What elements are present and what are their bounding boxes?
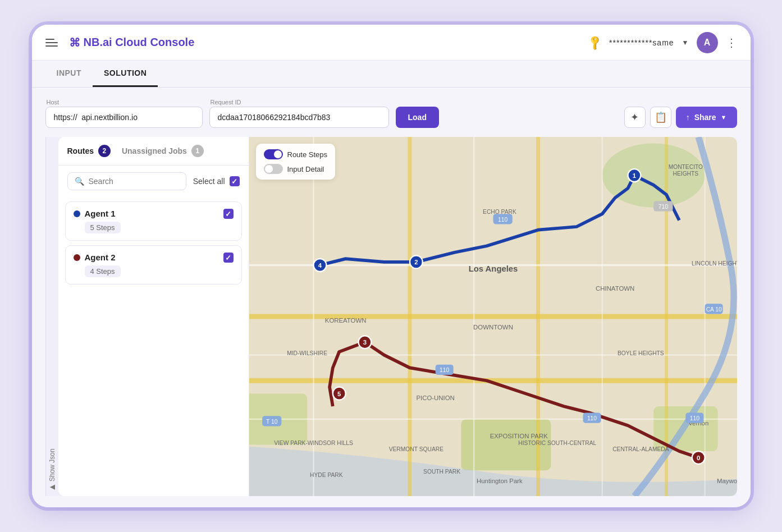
search-icon: 🔍 (75, 177, 84, 186)
svg-text:KOREATOWN: KOREATOWN (324, 317, 366, 324)
agent-2-name: Agent 2 (85, 253, 116, 262)
svg-text:4: 4 (318, 262, 322, 269)
agent-2-dot (74, 254, 80, 261)
svg-text:PICO-UNION: PICO-UNION (416, 395, 454, 401)
input-detail-toggle[interactable] (264, 164, 283, 174)
notes-button[interactable]: 📋 (650, 107, 671, 128)
request-id-field-group: Request ID (209, 99, 389, 128)
input-detail-label: Input Detail (287, 165, 324, 173)
toolbar-icons: ✦ 📋 ↑ Share ▼ (624, 107, 737, 128)
svg-text:2: 2 (414, 259, 418, 265)
request-id-input[interactable] (209, 107, 389, 128)
unassigned-tab[interactable]: Unassigned Jobs 1 (122, 145, 204, 165)
svg-text:110: 110 (440, 367, 449, 373)
wrapper-with-json: ▶ Show Json Routes 2 Unassign (45, 137, 737, 496)
agent-card-1[interactable]: Agent 1 5 Steps ✓ (65, 201, 242, 241)
svg-text:0: 0 (697, 455, 700, 461)
svg-text:CA 10: CA 10 (706, 306, 721, 313)
host-input[interactable] (45, 107, 203, 128)
routes-tabs: Routes 2 Unassigned Jobs 1 (58, 137, 249, 166)
svg-text:ECHO PARK: ECHO PARK (483, 209, 516, 215)
map-legend: Route Steps Input Detail (256, 144, 336, 180)
unassigned-badge: 1 (191, 145, 204, 157)
svg-text:HEIGHTS: HEIGHTS (673, 171, 698, 177)
svg-text:LINCOLN HEIGHTS: LINCOLN HEIGHTS (692, 260, 737, 267)
search-row: 🔍 Select all ✓ (58, 166, 249, 197)
svg-text:CHINATOWN: CHINATOWN (596, 285, 634, 292)
logo-text: NB.ai Cloud Console (84, 36, 195, 49)
nav-right: 🔑 ************same ▼ A ⋮ (589, 32, 737, 53)
svg-text:T 10: T 10 (266, 419, 278, 425)
agent-2-steps: 4 Steps (85, 265, 121, 277)
agent-card-2[interactable]: Agent 2 4 Steps ✓ (65, 245, 242, 285)
top-nav: ⌘ NB.ai Cloud Console 🔑 ************same… (32, 25, 751, 61)
search-box[interactable]: 🔍 (67, 172, 186, 190)
legend-route-steps[interactable]: Route Steps (264, 149, 328, 159)
svg-text:Los Angeles: Los Angeles (468, 264, 518, 273)
routes-tab[interactable]: Routes 2 (67, 145, 111, 165)
tabs-bar: INPUT SOLUTION (32, 61, 751, 88)
notes-icon: 📋 (655, 111, 667, 123)
left-panel: Routes 2 Unassigned Jobs 1 🔍 (58, 137, 249, 496)
api-key-text: ************same (609, 38, 674, 47)
avatar[interactable]: A (697, 32, 718, 53)
agents-list: Agent 1 5 Steps ✓ (58, 197, 249, 496)
svg-text:BOYLE HEIGHTS: BOYLE HEIGHTS (617, 350, 664, 356)
split-view: Routes 2 Unassigned Jobs 1 🔍 (58, 137, 737, 496)
show-json-arrow: ▶ (48, 484, 56, 492)
search-input[interactable] (89, 177, 179, 186)
hamburger-menu[interactable] (45, 39, 58, 47)
svg-text:HYDE PARK: HYDE PARK (310, 472, 343, 478)
app-logo: ⌘ NB.ai Cloud Console (69, 36, 589, 49)
show-json-tab[interactable]: ▶ Show Json (45, 137, 58, 496)
routes-badge: 2 (98, 145, 111, 157)
url-row: Host Request ID Load ✦ 📋 ↑ Share ▼ (45, 99, 737, 128)
share-button[interactable]: ↑ Share ▼ (676, 107, 737, 128)
route-steps-toggle[interactable] (264, 149, 283, 159)
svg-text:VIEW PARK-WINDSOR HILLS: VIEW PARK-WINDSOR HILLS (274, 440, 353, 446)
bookmark-button[interactable]: ✦ (624, 107, 646, 128)
svg-text:710: 710 (658, 204, 667, 210)
request-id-label: Request ID (209, 99, 389, 106)
select-all-row[interactable]: Select all ✓ (193, 176, 240, 186)
svg-text:110: 110 (587, 415, 596, 421)
more-icon[interactable]: ⋮ (726, 36, 737, 49)
svg-text:Maywood: Maywood (716, 478, 737, 484)
bookmark-icon: ✦ (630, 111, 639, 123)
share-arrow-icon: ↑ (686, 113, 690, 122)
svg-text:DOWNTOWN: DOWNTOWN (473, 324, 513, 331)
tab-solution[interactable]: SOLUTION (93, 61, 158, 87)
agent-1-name: Agent 1 (85, 209, 116, 218)
agent-1-checkbox[interactable]: ✓ (223, 209, 234, 219)
main-content: Host Request ID Load ✦ 📋 ↑ Share ▼ (32, 88, 751, 507)
show-json-label: Show Json (48, 448, 56, 481)
map-svg: 1 2 4 3 5 0 Los Angeles KOREATOW (249, 137, 737, 496)
agent-2-checkbox[interactable]: ✓ (223, 253, 234, 263)
host-label: Host (45, 99, 203, 106)
svg-text:3: 3 (363, 339, 366, 346)
svg-text:1: 1 (632, 172, 636, 179)
tab-input[interactable]: INPUT (45, 61, 93, 87)
map-area[interactable]: 1 2 4 3 5 0 Los Angeles KOREATOW (249, 137, 737, 496)
svg-text:110: 110 (498, 217, 507, 223)
svg-text:MONTECITO: MONTECITO (668, 164, 702, 170)
device-frame: ⌘ NB.ai Cloud Console 🔑 ************same… (32, 25, 751, 507)
load-button[interactable]: Load (396, 107, 439, 128)
svg-text:VERMONT SQUARE: VERMONT SQUARE (388, 446, 443, 452)
key-icon: 🔑 (586, 34, 603, 51)
host-field-group: Host (45, 99, 203, 128)
left-panel-inner: Routes 2 Unassigned Jobs 1 🔍 (58, 137, 249, 496)
svg-text:CENTRAL-ALAMEDA: CENTRAL-ALAMEDA (612, 446, 669, 452)
svg-text:SOUTH PARK: SOUTH PARK (423, 469, 460, 475)
svg-text:MID-WILSHIRE: MID-WILSHIRE (287, 350, 327, 356)
share-dropdown-icon: ▼ (721, 114, 727, 121)
select-all-checkbox[interactable]: ✓ (230, 176, 240, 186)
svg-text:Huntington Park: Huntington Park (477, 478, 523, 484)
agent-1-dot (74, 210, 80, 217)
route-steps-label: Route Steps (287, 150, 328, 159)
share-label: Share (694, 113, 716, 122)
svg-text:EXPOSITION PARK: EXPOSITION PARK (490, 433, 547, 439)
svg-text:HISTORIC SOUTH-CENTRAL: HISTORIC SOUTH-CENTRAL (518, 440, 596, 446)
api-key-dropdown[interactable]: ▼ (682, 39, 689, 47)
legend-input-detail[interactable]: Input Detail (264, 164, 328, 174)
